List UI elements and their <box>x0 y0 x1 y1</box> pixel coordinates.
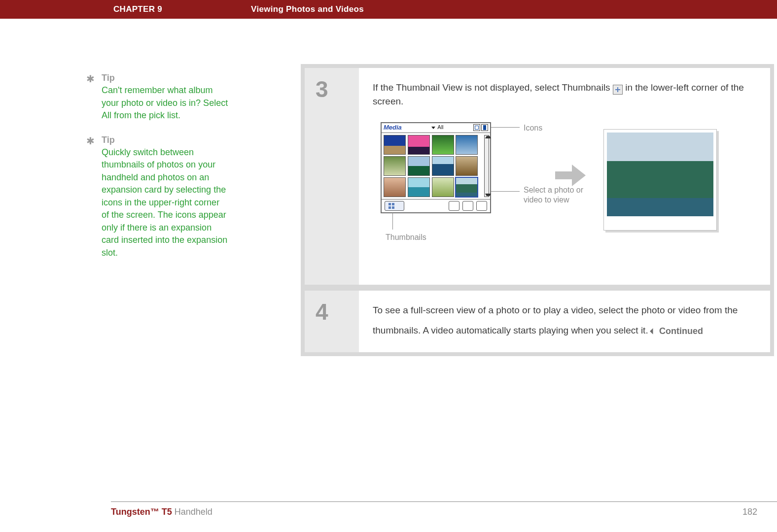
asterisk-icon: ✱ <box>86 136 95 260</box>
continued-indicator: Continued <box>651 325 703 337</box>
palm-app-name: Media <box>384 123 402 133</box>
chapter-title: Viewing Photos and Videos <box>251 4 364 14</box>
asterisk-icon: ✱ <box>86 74 95 122</box>
palm-storage-icons <box>473 124 488 131</box>
copy-icon <box>476 201 487 211</box>
tip-body: Tip Quickly switch between thumbnails of… <box>102 135 229 260</box>
annotation-select: Select a photo or video to view <box>524 185 593 206</box>
tips-sidebar: ✱ Tip Can't remember what album your pho… <box>86 73 229 272</box>
chapter-banner: CHAPTER 9 Viewing Photos and Videos <box>0 0 777 19</box>
page-footer: Tungsten™ T5 Handheld 182 <box>111 501 777 517</box>
product-name-rest: Handheld <box>172 507 212 517</box>
tip-text: Can't remember what album your photo or … <box>102 84 229 122</box>
tip-text: Quickly switch between thumbnails of pho… <box>102 146 229 260</box>
dropdown-icon <box>431 127 435 129</box>
photo-preview-image <box>607 133 713 216</box>
palm-picklist-value: All <box>437 124 443 132</box>
leader-line <box>392 213 393 230</box>
palm-toolbar <box>382 200 490 212</box>
tip-item: ✱ Tip Can't remember what album your pho… <box>86 73 229 122</box>
thumbnail-grid <box>384 135 478 197</box>
thumbnail <box>456 156 478 176</box>
product-name: Tungsten™ T5 Handheld <box>111 507 212 517</box>
arrow-right-icon <box>555 165 586 186</box>
step-number: 4 <box>305 291 359 353</box>
slideshow-icon <box>462 201 473 211</box>
thumbnails-button-icon <box>385 201 404 211</box>
thumbnail <box>384 177 406 197</box>
step-4: 4 To see a full-screen view of a photo o… <box>305 291 770 353</box>
product-name-strong: Tungsten™ T5 <box>111 507 172 517</box>
thumbnail <box>384 135 406 155</box>
tip-label: Tip <box>102 73 229 83</box>
leader-line <box>491 191 520 192</box>
annotation-thumbnails: Thumbnails <box>386 232 426 243</box>
continued-label: Continued <box>659 325 703 337</box>
mail-icon <box>449 201 459 211</box>
photo-preview <box>603 129 717 231</box>
thumbnail <box>432 135 454 155</box>
step-text: If the Thumbnail View is not displayed, … <box>373 82 613 93</box>
step-number: 3 <box>305 68 359 285</box>
tip-label: Tip <box>102 135 229 145</box>
annotation-icons: Icons <box>524 122 542 133</box>
thumbnails-icon <box>613 85 623 95</box>
continued-arrow-icon <box>650 328 656 334</box>
tip-body: Tip Can't remember what album your photo… <box>102 73 229 122</box>
tip-item: ✱ Tip Quickly switch between thumbnails … <box>86 135 229 260</box>
step-content: To see a full-screen view of a photo or … <box>359 291 770 353</box>
thumbnail <box>408 156 430 176</box>
scrollbar-vertical <box>484 135 489 197</box>
thumbnail <box>432 177 454 197</box>
palm-picklist: All <box>402 124 473 132</box>
thumbnail <box>408 177 430 197</box>
steps-panel: 3 If the Thumbnail View is not displayed… <box>301 64 774 356</box>
expansion-card-icon <box>481 124 488 131</box>
step-content: If the Thumbnail View is not displayed, … <box>359 68 770 285</box>
step-3-illustration: Media All <box>373 122 756 270</box>
handheld-icon <box>473 124 480 131</box>
palm-media-app: Media All <box>381 122 491 213</box>
leader-line <box>491 127 520 128</box>
palm-titlebar: Media All <box>382 123 490 133</box>
palm-thumbnail-area <box>382 133 490 200</box>
step-3: 3 If the Thumbnail View is not displayed… <box>305 68 770 285</box>
thumbnail <box>456 177 478 197</box>
thumbnail <box>432 156 454 176</box>
thumbnail <box>408 135 430 155</box>
thumbnail <box>384 156 406 176</box>
thumbnail <box>456 135 478 155</box>
page-number: 182 <box>742 507 757 517</box>
chapter-number: CHAPTER 9 <box>113 4 162 14</box>
